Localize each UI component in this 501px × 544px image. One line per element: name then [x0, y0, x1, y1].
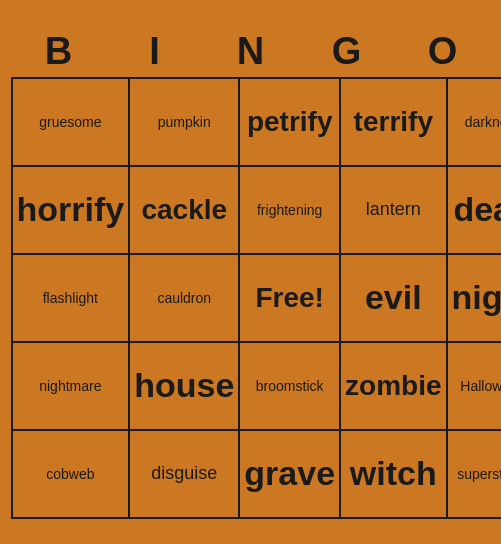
header-letter: O: [395, 26, 491, 77]
bingo-cell: zombie: [340, 342, 446, 430]
bingo-cell: evil: [340, 254, 446, 342]
header-letter: G: [299, 26, 395, 77]
header-letter: N: [203, 26, 299, 77]
table-row: gruesomepumpkinpetrifyterrifydarkness: [12, 78, 502, 166]
table-row: cobwebdisguisegravewitchsuperstition: [12, 430, 502, 518]
bingo-cell: cobweb: [12, 430, 130, 518]
table-row: nightmarehousebroomstickzombieHalloween: [12, 342, 502, 430]
bingo-cell: pumpkin: [129, 78, 239, 166]
bingo-cell: frightening: [239, 166, 340, 254]
bingo-cell: grave: [239, 430, 340, 518]
bingo-cell: nightmare: [12, 342, 130, 430]
bingo-cell: terrify: [340, 78, 446, 166]
bingo-cell: cackle: [129, 166, 239, 254]
bingo-cell: Halloween: [447, 342, 501, 430]
bingo-cell: horrify: [12, 166, 130, 254]
bingo-cell: gruesome: [12, 78, 130, 166]
bingo-header: BINGO: [11, 26, 491, 77]
bingo-cell: darkness: [447, 78, 501, 166]
bingo-cell: broomstick: [239, 342, 340, 430]
bingo-cell: lantern: [340, 166, 446, 254]
bingo-cell: flashlight: [12, 254, 130, 342]
header-letter: B: [11, 26, 107, 77]
bingo-cell: night: [447, 254, 501, 342]
bingo-cell: cauldron: [129, 254, 239, 342]
bingo-cell: Free!: [239, 254, 340, 342]
bingo-cell: disguise: [129, 430, 239, 518]
bingo-cell: witch: [340, 430, 446, 518]
bingo-grid: gruesomepumpkinpetrifyterrifydarknesshor…: [11, 77, 502, 519]
table-row: flashlightcauldronFree!evilnight: [12, 254, 502, 342]
bingo-cell: dead: [447, 166, 501, 254]
bingo-card: BINGO gruesomepumpkinpetrifyterrifydarkn…: [11, 26, 491, 519]
bingo-cell: petrify: [239, 78, 340, 166]
bingo-cell: house: [129, 342, 239, 430]
header-letter: I: [107, 26, 203, 77]
bingo-cell: superstition: [447, 430, 501, 518]
table-row: horrifycacklefrighteninglanterndead: [12, 166, 502, 254]
